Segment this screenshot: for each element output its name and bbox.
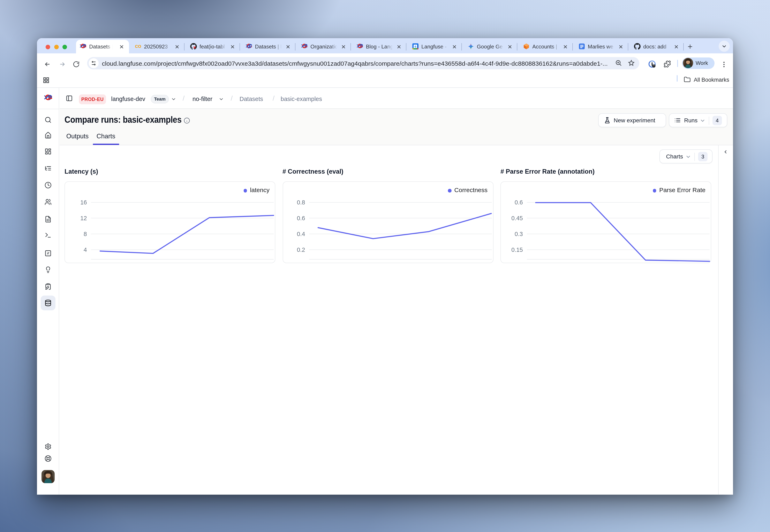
browser-tab[interactable]: Blog - Lang xyxy=(351,40,406,53)
new-tab-button[interactable] xyxy=(687,44,693,50)
forward-button[interactable] xyxy=(59,61,65,68)
window-controls[interactable] xyxy=(46,45,67,49)
browser-toolbar: cloud.langfuse.com/project/cmfwgv8fx002o… xyxy=(37,53,733,75)
tab-close-icon[interactable] xyxy=(673,44,679,49)
sidebar-user-avatar[interactable] xyxy=(41,470,54,483)
profile-avatar xyxy=(683,58,693,68)
tab-close-icon[interactable] xyxy=(507,44,512,49)
runs-button[interactable]: Runs4 xyxy=(669,113,727,127)
tab-title: feat(io-tabl xyxy=(200,43,227,50)
svg-text:6: 6 xyxy=(414,45,416,48)
browser-tab-strip: Datasets | LCO20250923feat(io-tablDatase… xyxy=(37,38,733,53)
back-button[interactable] xyxy=(44,61,51,68)
tab-separator xyxy=(295,43,296,50)
browser-tab[interactable]: Datasets | L xyxy=(76,40,129,53)
tab-separator xyxy=(240,43,240,50)
browser-tab[interactable]: Marlies we xyxy=(572,40,628,53)
page-header: Compare runs: basic-examples OutputsChar… xyxy=(59,109,733,145)
tab-outputs[interactable]: Outputs xyxy=(62,133,93,140)
profile-chip[interactable]: Work xyxy=(682,57,715,69)
sidebar-item-home[interactable] xyxy=(48,135,55,142)
sidebar-item-annotation[interactable] xyxy=(48,286,55,293)
langfuse-wrench-icon xyxy=(246,43,252,50)
breadcrumb-slash: / xyxy=(231,94,233,103)
browser-tab[interactable]: Google Ge xyxy=(462,40,517,53)
extensions-puzzle-icon[interactable] xyxy=(664,60,671,68)
site-settings-icon[interactable] xyxy=(88,58,98,68)
sidebar-item-support[interactable] xyxy=(48,459,55,465)
tab-close-icon[interactable] xyxy=(562,44,568,49)
sidebar-item-datasets[interactable] xyxy=(48,303,55,310)
chevron-down-icon[interactable] xyxy=(219,96,224,103)
legend-dot xyxy=(448,189,451,192)
breadcrumb-item[interactable]: basic-examples xyxy=(281,96,322,102)
sidebar-item-sessions[interactable] xyxy=(48,185,55,192)
browser-tab[interactable]: Accounts | xyxy=(517,40,572,53)
svg-text:12: 12 xyxy=(80,215,87,221)
page-title: Compare runs: basic-examples xyxy=(64,115,181,125)
tab-charts[interactable]: Charts xyxy=(93,133,119,140)
app-main: PROD-EUlangfuse-devTeam/no-filter/Datase… xyxy=(59,88,733,495)
tab-separator xyxy=(517,43,517,50)
sidebar-item-settings[interactable] xyxy=(48,447,55,454)
sidebar-item-users[interactable] xyxy=(48,202,55,209)
tab-close-icon[interactable] xyxy=(396,44,402,49)
tab-close-icon[interactable] xyxy=(285,44,291,49)
sidebar-item-search[interactable] xyxy=(48,120,55,127)
button-divider xyxy=(694,153,695,161)
chevron-down-icon[interactable] xyxy=(171,96,176,103)
tab-close-icon[interactable] xyxy=(174,44,180,49)
svg-text:0.4: 0.4 xyxy=(297,231,305,237)
github-x-icon xyxy=(190,43,197,50)
line-chart: 0.80.60.40.2 xyxy=(283,182,493,263)
sidebar-item-insights[interactable] xyxy=(48,270,55,277)
bookmark-star-icon[interactable] xyxy=(628,60,635,67)
tab-close-icon[interactable] xyxy=(230,44,235,49)
langfuse-logo[interactable] xyxy=(48,98,56,105)
langfuse-icon xyxy=(356,43,363,50)
password-manager-icon[interactable] xyxy=(648,60,656,68)
tab-close-icon[interactable] xyxy=(618,44,624,49)
sidebar-item-tracing[interactable] xyxy=(48,168,55,175)
charts-selector-button[interactable]: Charts3 xyxy=(660,149,712,163)
collapse-panel-chevron[interactable] xyxy=(723,149,728,155)
svg-text:4: 4 xyxy=(84,247,87,253)
sidebar-item-dashboards[interactable] xyxy=(48,151,55,158)
browser-tab[interactable]: CO20250923 xyxy=(129,40,184,53)
sidebar-item-playground[interactable] xyxy=(48,235,55,242)
info-icon[interactable] xyxy=(184,117,190,124)
svg-text:0.15: 0.15 xyxy=(511,247,523,253)
kebab-menu-icon[interactable] xyxy=(720,61,728,68)
tab-title: Organizatio xyxy=(310,43,338,50)
tab-groups-icon[interactable] xyxy=(43,77,49,83)
browser-tab[interactable]: docs: add xyxy=(628,40,684,53)
side-panel-divider xyxy=(718,145,718,495)
browser-tab[interactable]: Organizatio xyxy=(295,40,351,53)
browser-tab[interactable]: Datasets | l xyxy=(240,40,295,53)
browser-tab[interactable]: feat(io-tabl xyxy=(184,40,240,53)
legend-dot xyxy=(244,189,247,192)
chart-legend: Correctness xyxy=(448,186,487,193)
tab-close-icon[interactable] xyxy=(118,44,124,49)
bookmarks-bar: All Bookmarks xyxy=(37,75,733,88)
new-experiment-button[interactable]: New experiment xyxy=(598,113,666,127)
tab-close-icon[interactable] xyxy=(340,44,346,49)
tab-separator xyxy=(461,43,462,50)
list-icon xyxy=(674,117,681,125)
sidebar-toggle-icon[interactable] xyxy=(65,95,72,102)
breadcrumb-section[interactable]: Datasets xyxy=(240,96,263,102)
sidebar-item-evaluation[interactable] xyxy=(48,253,55,260)
browser-tab[interactable]: 6Langfuse - xyxy=(406,40,462,53)
url-text: cloud.langfuse.com/project/cmfwgv8fx002o… xyxy=(102,60,608,67)
sidebar-item-prompts[interactable] xyxy=(48,219,55,226)
tab-search-button[interactable] xyxy=(719,41,730,52)
breadcrumb-org[interactable]: langfuse-dev xyxy=(111,96,145,102)
all-bookmarks-label[interactable]: All Bookmarks xyxy=(694,77,729,83)
tab-close-icon[interactable] xyxy=(451,44,457,49)
legend-dot xyxy=(653,189,656,192)
chart-title: # Correctness (eval) xyxy=(283,168,343,175)
url-bar[interactable]: cloud.langfuse.com/project/cmfwgv8fx002o… xyxy=(87,57,639,69)
zoom-icon[interactable] xyxy=(615,60,622,67)
reload-button[interactable] xyxy=(72,61,79,68)
breadcrumb-project[interactable]: no-filter xyxy=(192,96,213,102)
